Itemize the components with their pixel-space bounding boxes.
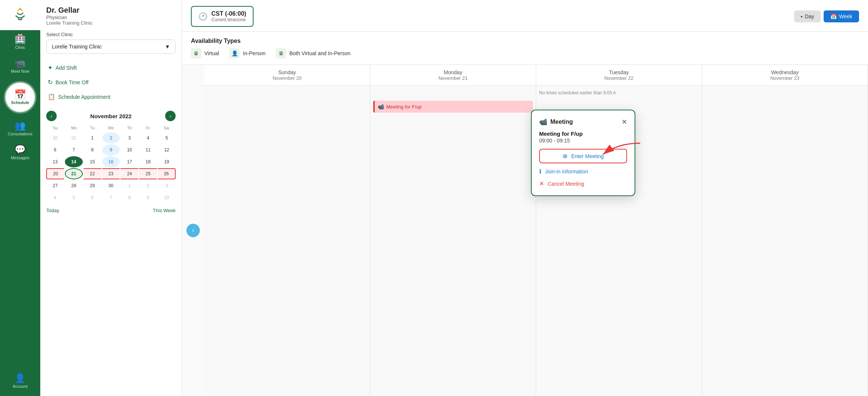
calendar-day[interactable]: 21 [65,168,83,179]
calendar-day[interactable]: 1 [84,132,101,144]
enter-meeting-action[interactable]: ⊕ Enter Meeting [539,149,627,163]
week-prev-button[interactable]: ‹ [186,224,200,237]
sidebar-item-schedule[interactable]: 📅 Schedule [0,78,40,117]
book-time-off-icon: ↻ [48,79,53,86]
calendar-day[interactable]: 2 [139,180,157,191]
calendar-day[interactable]: 30 [46,132,64,144]
calendar-day[interactable]: 7 [65,144,83,155]
this-week-button[interactable]: This Week [153,208,176,213]
availability-section: Availability Types 🖥 Virtual 👤 In-Person… [182,32,868,65]
calendar-area: ‹ Sunday November 20 Monday November 21 [182,65,868,396]
calendar-day[interactable]: 9 [102,144,120,155]
popup-title-row: 📹 Meeting [539,118,573,126]
wednesday-name: Wednesday [705,69,865,75]
calendar-day[interactable]: 3 [120,132,138,144]
meeting-block[interactable]: 📹 Meeting for F/up [373,101,533,113]
schedule-appointment-icon: 📋 [48,93,55,100]
calendar-day[interactable]: 25 [139,168,157,179]
calendar-day[interactable]: 8 [120,192,138,203]
calendar-day[interactable]: 1 [120,180,138,191]
calendar-day[interactable]: 3 [158,180,176,191]
calendar-day[interactable]: 5 [65,192,83,203]
cancel-meeting-action[interactable]: ✕ Cancel Meeting [539,179,627,188]
calendar-day[interactable]: 30 [102,180,120,191]
account-icon: 👤 [15,374,26,383]
calendar-day[interactable]: 20 [46,168,64,179]
weekday-th: Th [120,125,139,131]
calendar-prev-button[interactable]: ‹ [46,111,57,121]
calendar-next-button[interactable]: › [165,111,176,121]
weekday-su: Su [46,125,65,131]
action-buttons: ✦ Add Shift ↻ Book Time Off 📋 Schedule A… [46,61,176,103]
day-header-tuesday: Tuesday November 22 [536,65,702,86]
calendar-day[interactable]: 31 [65,132,83,144]
timezone-label: Current timezone [211,17,246,22]
week-view-button[interactable]: 📅 Week [824,10,859,22]
calendar-day[interactable]: 8 [84,144,101,155]
popup-header: 📹 Meeting ✕ [539,118,627,126]
calendar-day[interactable]: 5 [158,132,176,144]
calendar-day[interactable]: 26 [158,168,176,179]
clinic-select-dropdown[interactable]: Lorelie Training Clinic ▼ [46,40,176,54]
sidebar-item-messages[interactable]: 💬 Messages [0,141,40,164]
tuesday-name: Tuesday [539,69,699,75]
calendar-day[interactable]: 14 [65,156,83,167]
calendar-day[interactable]: 16 [102,156,120,167]
join-info-action[interactable]: ℹ Join-in Information [539,167,627,176]
weekday-we: We [102,125,120,131]
timezone-info: CST (-06:00) Current timezone [211,10,246,22]
weekday-fr: Fr [139,125,157,131]
calendar-day[interactable]: 10 [120,144,138,155]
calendar-day[interactable]: 17 [120,156,138,167]
add-shift-button[interactable]: ✦ Add Shift [46,61,176,74]
calendar-day[interactable]: 22 [84,168,101,179]
calendar-day[interactable]: 27 [46,180,64,191]
calendar-day[interactable]: 11 [139,144,157,155]
in-person-label: In-Person [243,50,265,56]
book-time-off-button[interactable]: ↻ Book Time Off [46,76,176,89]
calendar-footer: Today This Week [46,208,176,213]
calendar-day[interactable]: 9 [139,192,157,203]
calendar-day[interactable]: 18 [139,156,157,167]
calendar-day[interactable]: 2 [102,132,120,144]
sidebar-item-consultations[interactable]: 👥 Consultations [0,117,40,141]
calendar-day[interactable]: 23 [102,168,120,179]
day-header-wednesday: Wednesday November 23 [702,65,868,86]
calendar-day[interactable]: 28 [65,180,83,191]
calendar-day[interactable]: 6 [46,144,64,155]
today-button[interactable]: Today [46,208,59,213]
schedule-appointment-button[interactable]: 📋 Schedule Appointment [46,90,176,103]
wednesday-date: November 23 [705,75,865,81]
calendar-day[interactable]: 29 [84,180,101,191]
no-times-message: No times scheduled earlier than 9:00 A [539,90,699,95]
book-time-off-label: Book Time Off [56,79,88,85]
sidebar-item-clinic-label: Clinic [15,45,25,50]
calendar-day[interactable]: 10 [158,192,176,203]
calendar-day[interactable]: 7 [102,192,120,203]
virtual-icon: 🖥 [191,48,201,59]
calendar-day[interactable]: 6 [84,192,101,203]
availability-title: Availability Types [191,38,859,44]
dropdown-arrow-icon: ▼ [165,44,170,50]
sidebar-item-clinic[interactable]: 🏥 Clinic [0,30,40,54]
calendar-header: ‹ November 2022 › [46,111,176,121]
popup-close-button[interactable]: ✕ [622,118,627,126]
week-view-icon: 📅 [830,13,837,19]
enter-meeting-icon: ⊕ [563,153,567,160]
sidebar-item-meet-now[interactable]: 📹 Meet Now [0,54,40,78]
calendar-day[interactable]: 4 [139,132,157,144]
schedule-icon: 📅 [14,90,26,100]
doctor-info: Dr. Gellar Physician Lorelie Training Cl… [46,6,176,26]
sidebar-item-account[interactable]: 👤 Account [0,369,40,393]
cancel-meeting-icon: ✕ [539,180,544,187]
day-header-monday: Monday November 21 [370,65,536,86]
calendar-day[interactable]: 4 [46,192,64,203]
sunday-name: Sunday [207,69,367,75]
calendar-day[interactable]: 19 [158,156,176,167]
calendar-day[interactable]: 15 [84,156,101,167]
select-clinic-label: Select Clinic [46,32,176,37]
calendar-day[interactable]: 13 [46,156,64,167]
calendar-day[interactable]: 12 [158,144,176,155]
day-view-button[interactable]: ▪ Day [794,10,821,22]
calendar-day[interactable]: 24 [120,168,138,179]
